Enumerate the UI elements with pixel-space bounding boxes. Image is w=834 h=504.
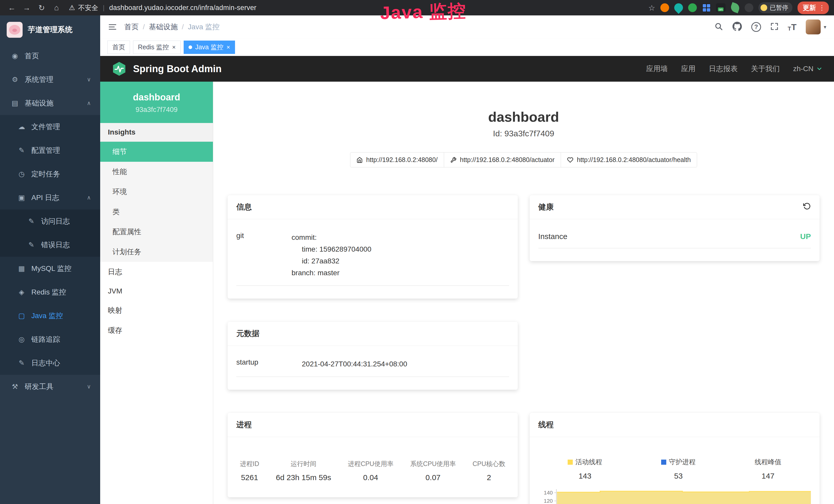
close-icon[interactable]: ×	[226, 44, 230, 50]
sidebar-item-api-logs[interactable]: ▣ API 日志 ∧	[0, 186, 100, 209]
card-body: 进程ID 5261 运行时间 6d 23h 15m 59s 进程CPU使用率 0…	[227, 437, 518, 497]
sidebar-item-file-mgmt[interactable]: ☁ 文件管理	[0, 115, 100, 139]
back-icon[interactable]: ←	[5, 3, 19, 12]
sidebar-item-log-center[interactable]: ✎ 日志中心	[0, 351, 100, 375]
sba-item-classes[interactable]: 类	[100, 202, 213, 222]
threads-card: 线程 活动线程 143 守护进程 53	[530, 413, 820, 504]
sba-item-config-props[interactable]: 配置属性	[100, 222, 213, 242]
sidebar-item-redis-monitor[interactable]: ◈ Redis 监控	[0, 280, 100, 304]
service-url-button[interactable]: http://192.168.0.2:48080/	[350, 152, 444, 167]
extension-icon-grid[interactable]	[702, 3, 711, 12]
sidebar-item-dev-tools[interactable]: ⚒ 研发工具 ∨	[0, 375, 100, 398]
extension-icon-leaf[interactable]	[729, 2, 741, 13]
update-label: 更新	[803, 3, 816, 12]
close-icon[interactable]: ×	[172, 44, 176, 50]
breadcrumb-current: Java 监控	[188, 22, 220, 32]
smiley-icon	[761, 4, 767, 11]
tab-home[interactable]: 首页	[107, 41, 130, 54]
sidebar-item-java-monitor[interactable]: ▢ Java 监控	[0, 304, 100, 328]
chevron-up-icon: ∧	[87, 100, 91, 107]
extension-icon-green[interactable]	[688, 3, 697, 12]
sidebar-item-label: 文件管理	[31, 122, 60, 132]
forward-icon[interactable]: →	[20, 3, 34, 12]
sba-logo-icon	[111, 61, 127, 76]
sidebar-item-scheduled-jobs[interactable]: ◷ 定时任务	[0, 162, 100, 186]
reload-icon[interactable]: ↻	[35, 3, 48, 12]
wrench-icon	[450, 157, 456, 163]
actuator-url-button[interactable]: http://192.168.0.2:48080/actuator	[444, 152, 561, 167]
sba-brand-label: Spring Boot Admin	[133, 63, 222, 74]
sba-item-metrics[interactable]: 性能	[100, 162, 213, 182]
dashboard-icon: ◉	[10, 52, 20, 60]
sba-item-details[interactable]: 细节	[100, 142, 213, 162]
user-menu[interactable]: ▾	[806, 20, 826, 35]
sidebar-item-error-logs[interactable]: ✎ 错误日志	[0, 233, 100, 257]
extension-icon-pin[interactable]	[673, 2, 685, 14]
health-url-button[interactable]: http://192.168.0.2:48080/actuator/health	[561, 152, 697, 167]
main-area: 首页 / 基础设施 / Java 监控 ? TT	[100, 16, 834, 504]
sba-section-jvm[interactable]: JVM	[100, 282, 213, 300]
card-body: startup 2021-04-27T00:44:31.254+08:00	[227, 346, 518, 390]
font-size-icon[interactable]: TT	[788, 22, 796, 32]
sba-nav-journal[interactable]: 日志报表	[709, 64, 738, 74]
sidebar-item-system-mgmt[interactable]: ⚙ 系统管理 ∨	[0, 68, 100, 91]
sidebar-item-access-logs[interactable]: ✎ 访问日志	[0, 209, 100, 233]
history-icon[interactable]	[803, 202, 811, 212]
sba-section-caches[interactable]: 缓存	[100, 320, 213, 340]
cards-grid: 信息 git commit: time: 1596289704000 id: 2…	[213, 195, 834, 504]
infra-icon: ▤	[10, 99, 20, 107]
sidebar-item-mysql-monitor[interactable]: ▦ MySQL 监控	[0, 257, 100, 280]
sidebar-item-label: 错误日志	[41, 240, 70, 250]
warning-icon: ⚠	[69, 4, 75, 12]
breadcrumb-infrastructure[interactable]: 基础设施	[149, 22, 178, 32]
address-bar[interactable]: ⚠ 不安全 | dashboard.yudao.iocoder.cn/infra…	[69, 3, 256, 12]
hamburger-icon[interactable]	[108, 22, 117, 31]
process-col-proc-cpu: 进程CPU使用率 0.04	[348, 460, 394, 482]
annotation-java-monitor: Java 监控	[380, 0, 467, 25]
tab-redis-monitor[interactable]: Redis 监控 ×	[133, 41, 180, 54]
legend-value: 53	[661, 472, 696, 480]
column-header: 进程CPU使用率	[348, 460, 394, 468]
column-header: 系统CPU使用率	[410, 460, 456, 468]
sba-locale-select[interactable]: zh-CN	[793, 65, 823, 73]
github-icon[interactable]	[732, 22, 742, 32]
sba-section-logging[interactable]: 日志	[100, 262, 213, 282]
home-browser-icon[interactable]: ⌂	[50, 3, 63, 12]
sidebar-item-tracing[interactable]: ◎ 链路追踪	[0, 328, 100, 351]
table-row: startup 2021-04-27T00:44:31.254+08:00	[236, 350, 509, 377]
search-icon[interactable]	[714, 22, 723, 32]
sba-section-mappings[interactable]: 映射	[100, 300, 213, 320]
media-paused-badge[interactable]: 已暂停	[759, 2, 792, 13]
extension-icon-on-switch[interactable]: on	[716, 3, 726, 12]
sba-nav-wallboard[interactable]: 应用墙	[646, 64, 668, 74]
cell-value: 0.04	[348, 473, 394, 482]
log-icon: ✎	[17, 359, 26, 367]
breadcrumb-home[interactable]: 首页	[124, 22, 139, 32]
fullscreen-icon[interactable]	[770, 22, 778, 31]
row-value: commit: time: 1596289704000 id: 27aa832 …	[291, 232, 509, 279]
sba-item-scheduled-tasks[interactable]: 计划任务	[100, 242, 213, 262]
sba-nav-about[interactable]: 关于我们	[751, 64, 780, 74]
extension-icon-paw[interactable]	[745, 3, 753, 12]
tab-java-monitor[interactable]: Java 监控 ×	[184, 41, 235, 54]
extension-icon-orange[interactable]	[660, 3, 669, 12]
table-row: git commit: time: 1596289704000 id: 27aa…	[236, 224, 509, 286]
chevron-down-icon	[816, 66, 823, 72]
sba-brand[interactable]: Spring Boot Admin	[111, 61, 222, 76]
sba-content: dashboard Id: 93a3fc7f7409 http://192.16…	[213, 82, 834, 504]
sba-item-environment[interactable]: 环境	[100, 182, 213, 202]
app-logo-row[interactable]: 芋道管理系统	[0, 16, 100, 44]
table-row[interactable]: Instance UP	[539, 224, 811, 248]
chart-legend: 活动线程 143 守护进程 53 线程峰值 147	[539, 442, 811, 480]
chrome-update-button[interactable]: 更新 ⋮	[797, 2, 829, 14]
sidebar-item-config-mgmt[interactable]: ✎ 配置管理	[0, 139, 100, 162]
sba-instance-header[interactable]: dashboard 93a3fc7f7409	[100, 82, 213, 123]
bookmark-star-icon[interactable]: ☆	[648, 3, 655, 12]
sba-nav-applications[interactable]: 应用	[681, 64, 696, 74]
sidebar-item-home[interactable]: ◉ 首页	[0, 44, 100, 68]
edit-icon: ✎	[27, 241, 36, 249]
help-icon[interactable]: ?	[751, 22, 761, 32]
process-col-pid: 进程ID 5261	[240, 460, 259, 482]
sidebar-item-infrastructure[interactable]: ▤ 基础设施 ∧	[0, 91, 100, 115]
legend-active-threads: 活动线程 143	[568, 458, 602, 480]
